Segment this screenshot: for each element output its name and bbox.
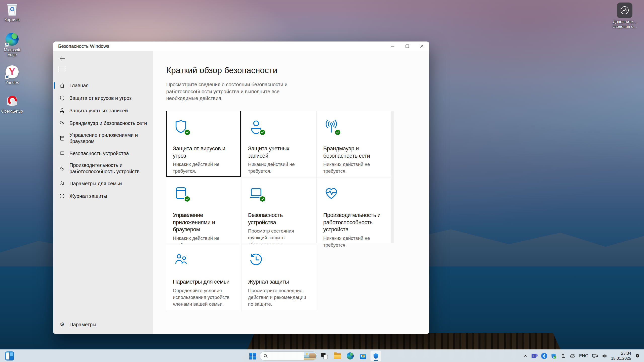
hidden-icons-chevron[interactable] <box>523 353 528 359</box>
card-subtitle: Просмотрите последние действия и рекомен… <box>248 287 309 308</box>
card-title: Безопасность устройства <box>248 212 309 226</box>
sidebar-item-label: Журнал защиты <box>69 193 107 199</box>
status-ok-badge <box>184 129 191 136</box>
network-ethernet-icon[interactable] <box>592 353 598 359</box>
sidebar-item-device-security[interactable]: Безопасность устройства <box>53 147 153 160</box>
sidebar-item-device-performance[interactable]: Производительность и работоспособность у… <box>53 160 153 177</box>
edge-button[interactable] <box>345 350 356 361</box>
start-button[interactable] <box>247 350 258 361</box>
sidebar-item-label: Производительность и работоспособность у… <box>69 162 150 175</box>
desktop-icon-recycle-bin[interactable]: ♻ Корзина <box>0 2 24 22</box>
card-subtitle: Никаких действий не требуется. <box>323 161 385 175</box>
widgets-button[interactable] <box>5 351 14 360</box>
file-explorer-button[interactable] <box>332 350 343 361</box>
task-view-button[interactable] <box>319 350 330 361</box>
teams-icon[interactable]: T <box>532 353 538 359</box>
sidebar-item-home[interactable]: Главная <box>53 79 153 92</box>
usb-device-icon[interactable] <box>560 353 566 359</box>
sidebar-item-settings[interactable]: ⚙ Параметры <box>53 319 153 330</box>
window-titlebar[interactable]: Безопасность Windows <box>53 41 429 51</box>
sidebar-item-label: Параметры <box>69 322 96 328</box>
status-ok-badge <box>184 196 191 202</box>
card-firewall-network[interactable]: Брандмауэр и безопасность сети Никаких д… <box>317 111 391 177</box>
main-content: Краткий обзор безопасности Просмотрите с… <box>153 51 429 334</box>
desktop-icon-label: Yandex <box>5 80 19 85</box>
edge-icon <box>5 32 19 46</box>
sidebar-item-label: Управление приложениями и браузером <box>69 132 150 145</box>
back-button[interactable] <box>59 55 66 62</box>
bing-daily-image[interactable] <box>304 352 317 360</box>
notification-bell-z-icon[interactable] <box>634 353 640 359</box>
family-icon <box>59 180 65 187</box>
microsoft-store-icon <box>360 353 366 359</box>
task-view-icon <box>321 353 328 359</box>
sidebar-item-app-browser-control[interactable]: Управление приложениями и браузером <box>53 129 153 147</box>
card-device-security[interactable]: Безопасность устройства Просмотр состоян… <box>242 177 316 243</box>
history-icon <box>248 252 264 268</box>
device-icon <box>59 150 65 156</box>
close-button[interactable] <box>415 41 429 51</box>
microsoft-store-button[interactable] <box>357 350 369 361</box>
windows-start-icon <box>249 353 256 359</box>
sidebar-item-firewall-network[interactable]: Брандмауэр и безопасность сети <box>53 117 153 129</box>
desktop-icon-label: Microsoft Edge <box>0 48 24 57</box>
gear-icon: ⚙ <box>59 321 65 328</box>
windows-security-icon <box>372 352 379 359</box>
shield-icon <box>59 95 65 101</box>
card-title: Журнал защиты <box>248 278 309 286</box>
edge-icon <box>347 352 354 359</box>
family-icon <box>173 252 189 268</box>
opera-installer-icon <box>5 94 19 108</box>
volume-icon[interactable] <box>601 353 608 359</box>
page-subtitle: Просмотрите сведения о состоянии безопас… <box>166 81 292 102</box>
sidebar-item-label: Брандмауэр и безопасность сети <box>69 120 147 126</box>
shield-icon <box>173 118 189 134</box>
card-family-options[interactable]: Параметры для семьи Определяйте условия … <box>166 244 241 311</box>
sidebar-item-account-protection[interactable]: Защита учетных записей <box>53 104 153 117</box>
app-browser-icon <box>173 185 189 201</box>
search-box[interactable] <box>260 351 317 360</box>
card-device-performance[interactable]: Производительность и работоспособность у… <box>317 177 391 243</box>
sidebar-item-label: Параметры для семьи <box>69 180 122 187</box>
desktop-icon-operasetup[interactable]: OperaSetup <box>0 94 24 114</box>
desktop-icon-additional-info[interactable]: Дополните... сведения о... <box>611 3 638 29</box>
desktop-icon-label: Корзина <box>5 18 20 22</box>
bluetooth-icon[interactable] <box>541 353 547 359</box>
desktop-icon-label: Дополните... сведения о... <box>612 20 637 29</box>
status-ok-badge <box>259 129 266 136</box>
windows-security-window: Безопасность Windows <box>53 41 429 334</box>
card-subtitle: Никаких действий не требуется. <box>248 161 309 175</box>
clock[interactable]: 23:34 15.01.2025 <box>611 351 631 361</box>
home-icon <box>59 82 65 88</box>
sidebar-item-protection-history[interactable]: Журнал защиты <box>53 190 153 202</box>
card-title: Параметры для семьи <box>173 278 234 286</box>
yandex-icon: Y <box>5 65 19 79</box>
history-icon <box>59 193 65 199</box>
card-virus-threat-protection[interactable]: Защита от вирусов и угроз Никаких действ… <box>166 111 241 177</box>
window-title: Безопасность Windows <box>58 43 109 49</box>
shortcut-arrow-icon <box>5 75 9 79</box>
app-browser-icon <box>59 135 65 141</box>
desktop-icon-yandex[interactable]: Y Yandex <box>0 65 24 85</box>
search-icon <box>263 354 268 358</box>
language-indicator[interactable]: ENG <box>579 353 588 358</box>
card-title: Защита от вирусов и угроз <box>173 145 234 159</box>
minimize-button[interactable] <box>385 41 400 51</box>
sidebar-item-virus-threat-protection[interactable]: Защита от вирусов и угроз <box>53 92 153 104</box>
shortcut-arrow-icon <box>5 42 9 47</box>
card-account-protection[interactable]: Защита учетных записей Никаких действий … <box>242 111 316 177</box>
desktop-icon-label: OperaSetup <box>1 109 23 114</box>
sidebar-item-label: Защита от вирусов и угроз <box>69 95 132 101</box>
health-icon <box>59 165 65 171</box>
sidebar-item-family-options[interactable]: Параметры для семьи <box>53 177 153 190</box>
menu-toggle-button[interactable] <box>59 67 65 73</box>
card-app-browser-control[interactable]: Управление приложениями и браузером Ника… <box>166 177 241 243</box>
security-shield-icon[interactable] <box>550 353 557 359</box>
windows-security-button[interactable] <box>370 350 381 361</box>
card-protection-history[interactable]: Журнал защиты Просмотрите последние дейс… <box>242 244 316 311</box>
cloud-offline-icon[interactable] <box>569 353 576 359</box>
card-subtitle: Никаких действий не требуется. <box>323 235 385 249</box>
desktop-icon-edge[interactable]: Microsoft Edge <box>0 32 24 57</box>
maximize-button[interactable] <box>400 41 415 51</box>
security-cards-grid: Защита от вирусов и угроз Никаких действ… <box>166 111 394 243</box>
